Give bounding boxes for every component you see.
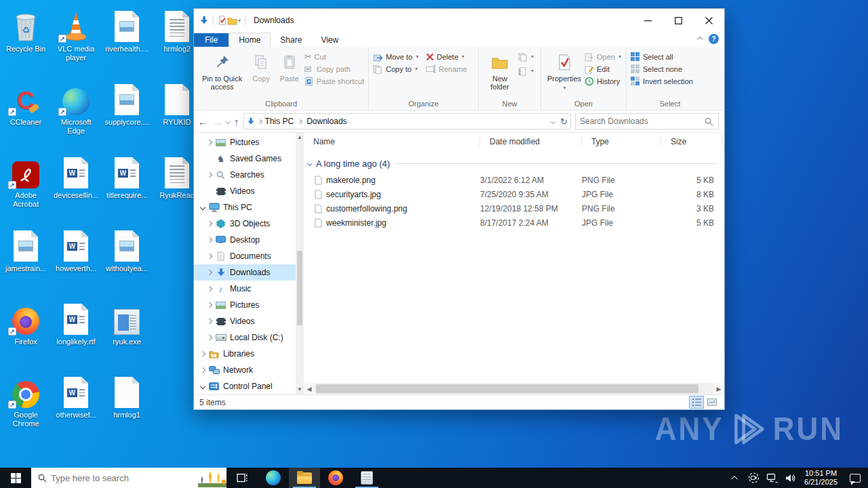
new-folder-button[interactable]: New folder [483,49,517,92]
column-header-name[interactable]: Name [304,136,480,148]
tab-view[interactable]: View [311,33,348,47]
group-header[interactable]: A long time ago (4) [308,159,724,169]
nav-item-videos-qa[interactable]: Videos [194,183,296,199]
group-collapse-chevron-icon[interactable] [307,161,312,166]
taskbar-firefox-button[interactable] [320,468,351,488]
expand-chevron-icon[interactable] [207,253,212,259]
nav-item-network[interactable]: Network [194,362,296,378]
back-button[interactable]: ← [198,116,208,127]
tab-share[interactable]: Share [271,33,311,47]
expand-chevron-icon[interactable] [207,221,212,226]
scroll-down-arrow-icon[interactable]: ▼ [297,385,302,394]
scrollbar-thumb[interactable] [316,384,698,393]
tab-file[interactable]: File [194,33,229,47]
title-bar[interactable]: ▾ Downloads [194,9,724,32]
up-button[interactable]: ↑ [234,116,239,127]
start-button[interactable] [0,468,31,488]
taskbar-clock[interactable]: 10:51 PM 6/21/2025 [800,469,842,487]
history-button[interactable]: History [585,77,621,86]
desktop-icon-hrmlog1[interactable]: hrmlog1 [102,373,151,420]
edit-button[interactable]: Edit [585,64,621,74]
column-header-type[interactable]: Type [582,136,661,148]
desktop-icon-ccleaner[interactable]: C ↗ CCleaner [1,80,50,127]
nav-item-3d-objects[interactable]: 3D Objects [194,216,296,232]
desktop-icon-howeverth[interactable]: W howeverth... [52,226,100,273]
expand-chevron-icon[interactable] [207,270,212,275]
expand-chevron-icon[interactable] [200,351,205,357]
column-header-size[interactable]: Size [661,136,722,148]
cut-button[interactable]: ✂ Cut [304,52,364,62]
pin-to-quick-access-button[interactable]: Pin to Quick access [198,49,246,92]
expand-chevron-icon[interactable] [207,302,212,308]
nav-item-documents[interactable]: Documents [194,248,296,264]
copy-button[interactable]: Copy [248,49,275,84]
scroll-up-arrow-icon[interactable]: ▲ [297,133,302,142]
desktop-icon-recycle-bin[interactable]: ♻ Recycle Bin [1,7,50,54]
expand-chevron-icon[interactable] [200,367,205,373]
network-status-button[interactable] [763,468,781,488]
qat-customize-chevron-icon[interactable]: ▾ [238,18,241,24]
action-center-button[interactable] [842,468,868,488]
file-row[interactable]: makerole.png 3/1/2022 6:12 AM PNG File 5… [304,173,724,187]
tab-home[interactable]: Home [229,33,271,47]
breadcrumb-this-pc[interactable]: This PC [265,117,294,126]
nav-item-desktop[interactable]: Desktop [194,232,296,248]
desktop-icon-chrome[interactable]: ↗ Google Chrome [1,373,50,428]
task-view-button[interactable] [226,468,258,488]
nav-item-saved-games[interactable]: ♞ Saved Games [194,150,296,167]
desktop-icon-otherwisef[interactable]: W otherwisef... [52,373,100,420]
nav-item-libraries[interactable]: Libraries [194,346,296,362]
nav-vertical-scrollbar[interactable]: ▲ ▼ [296,133,304,394]
hidden-icons-chevron[interactable] [726,468,745,488]
desktop-icon-edge[interactable]: ↗ Microsoft Edge [52,80,100,136]
desktop-icon-firefox[interactable]: ↗ Firefox [1,300,50,346]
thumbnail-view-button[interactable] [705,396,719,408]
properties-button[interactable]: Properties ▾ [545,49,583,94]
search-icon[interactable] [705,117,713,126]
rename-button[interactable]: Rename [426,64,467,74]
nav-item-this-pc[interactable]: This PC [194,199,296,216]
desktop-icon-ryuk-exe[interactable]: ryuk.exe [102,300,151,346]
paste-button[interactable]: Paste [276,49,303,84]
expand-chevron-icon[interactable] [207,140,212,145]
address-dropdown-chevron-icon[interactable] [551,119,555,123]
expand-chevron-icon[interactable] [207,237,212,243]
minimize-button[interactable] [633,9,663,32]
move-to-button[interactable]: Move to▾ [373,52,425,62]
taskbar-search-box[interactable] [31,468,226,488]
address-box[interactable]: This PC Downloads ↻ [243,113,572,129]
copy-to-button[interactable]: Copy to▾ [373,64,425,74]
collapse-chevron-icon[interactable] [200,384,205,389]
nav-item-videos[interactable]: Videos [194,313,296,329]
nav-item-searches[interactable]: Searches [194,167,296,183]
desktop-icon-devicesellin[interactable]: W devicesellin... [52,153,100,200]
taskbar-notepad-button[interactable] [351,468,382,488]
expand-chevron-icon[interactable] [207,335,212,340]
help-icon[interactable]: ? [709,34,719,44]
nav-item-downloads[interactable]: Downloads [194,264,296,281]
search-input[interactable] [576,117,705,126]
taskbar-search-input[interactable] [51,473,194,483]
expand-chevron-icon[interactable] [207,286,212,291]
search-box[interactable] [575,113,719,129]
close-button[interactable] [694,9,724,32]
select-none-button[interactable]: Select none [631,64,693,74]
desktop-icon-longlikely[interactable]: W longlikely.rtf [52,300,100,346]
forward-button[interactable]: → [212,116,222,127]
copy-path-button[interactable]: Copy path [304,64,364,74]
desktop-icon-acrobat[interactable]: ↗ Adobe Acrobat [1,153,50,209]
nav-item-pictures-qa[interactable]: Pictures [194,134,296,150]
desktop-icon-withoutyea[interactable]: withoutyea... [102,226,151,273]
file-row[interactable]: customerfollowing.png 12/19/2018 12:58 P… [304,201,724,216]
qat-properties-icon[interactable] [218,16,227,25]
scroll-right-arrow-icon[interactable]: ▶ [713,386,724,392]
easy-access-button[interactable]: ▾ [518,66,534,76]
minimize-ribbon-chevron-icon[interactable] [697,36,703,41]
delete-button[interactable]: Delete▾ [426,52,467,62]
details-view-button[interactable] [690,396,703,408]
file-row[interactable]: securityarts.jpg 7/25/2020 9:35 AM JPG F… [304,187,724,201]
column-header-date-modified[interactable]: Date modified [480,136,582,148]
horizontal-scrollbar[interactable]: ◀ ▶ [304,383,724,394]
new-item-button[interactable]: ▾ [518,52,534,62]
expand-chevron-icon[interactable] [207,172,212,178]
